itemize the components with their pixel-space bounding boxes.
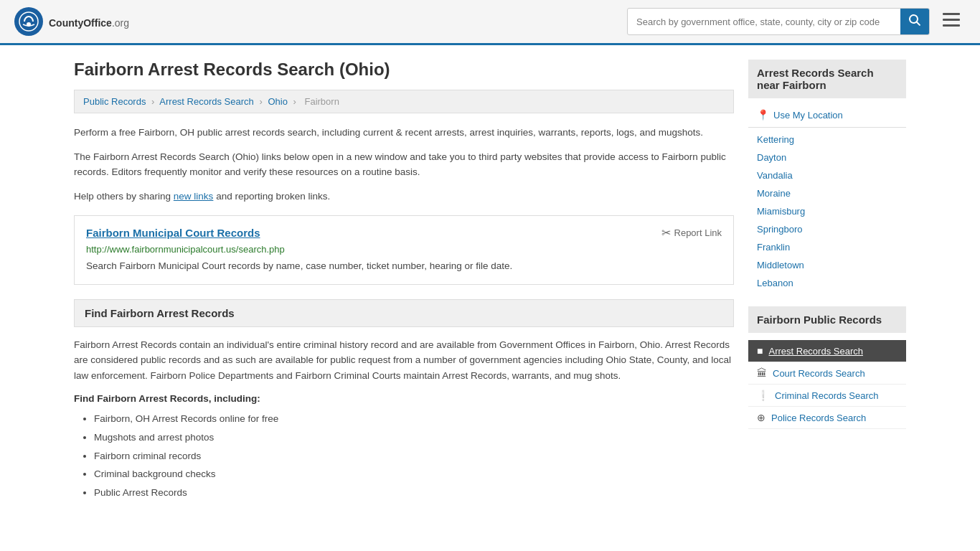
search-button[interactable] xyxy=(900,9,929,34)
list-item: Fairborn, OH Arrest Records online for f… xyxy=(94,410,734,428)
sidebar-nearby-title: Arrest Records Search near Fairborn xyxy=(748,60,906,98)
breadcrumb-arrest-records[interactable]: Arrest Records Search xyxy=(159,96,254,107)
logo-area[interactable]: CountyOffice.org xyxy=(14,7,129,36)
sidebar-location-franklin[interactable]: Franklin xyxy=(748,238,906,256)
sidebar-public-records-title: Fairborn Public Records xyxy=(748,306,906,333)
sidebar-divider xyxy=(748,127,906,128)
square-icon: ■ xyxy=(757,345,763,357)
record-description: Search Fairborn Municipal Court records … xyxy=(86,259,722,273)
description-3: Help others by sharing new links and rep… xyxy=(74,189,734,204)
sidebar-location-kettering[interactable]: Kettering xyxy=(748,131,906,149)
breadcrumb-current: Fairborn xyxy=(304,96,339,107)
record-card-title[interactable]: Fairborn Municipal Court Records xyxy=(86,227,260,239)
content-area: Fairborn Arrest Records Search (Ohio) Pu… xyxy=(74,60,734,502)
sidebar-link-police-records[interactable]: ⊕ Police Records Search xyxy=(748,407,906,429)
page-title: Fairborn Arrest Records Search (Ohio) xyxy=(74,60,734,80)
find-list: Fairborn, OH Arrest Records online for f… xyxy=(74,410,734,501)
list-item: Public Arrest Records xyxy=(94,484,734,502)
exclamation-icon: ❕ xyxy=(757,390,769,401)
logo-icon xyxy=(14,7,43,36)
sidebar-location-moraine[interactable]: Moraine xyxy=(748,184,906,202)
breadcrumb-ohio[interactable]: Ohio xyxy=(268,96,287,107)
sidebar-public-records-section: Fairborn Public Records ■ Arrest Records… xyxy=(748,306,906,429)
use-my-location[interactable]: 📍 Use My Location xyxy=(748,105,906,124)
record-url[interactable]: http://www.fairbornmunicipalcourt.us/sea… xyxy=(86,244,722,255)
svg-point-0 xyxy=(19,12,38,31)
breadcrumb-public-records[interactable]: Public Records xyxy=(83,96,146,107)
list-item: Fairborn criminal records xyxy=(94,447,734,466)
svg-rect-2 xyxy=(943,13,960,15)
find-section-body: Fairborn Arrest Records contain an indiv… xyxy=(74,337,734,384)
record-card: Fairborn Municipal Court Records ✂ Repor… xyxy=(74,215,734,284)
breadcrumb: Public Records › Arrest Records Search ›… xyxy=(74,90,734,113)
find-section-header: Find Fairborn Arrest Records xyxy=(74,299,734,327)
record-card-header: Fairborn Municipal Court Records ✂ Repor… xyxy=(86,226,722,240)
svg-rect-3 xyxy=(943,19,960,21)
sidebar-location-vandalia[interactable]: Vandalia xyxy=(748,166,906,184)
find-list-label: Find Fairborn Arrest Records, including: xyxy=(74,393,734,404)
search-input[interactable] xyxy=(628,11,900,33)
sidebar-link-criminal-records[interactable]: ❕ Criminal Records Search xyxy=(748,385,906,407)
sidebar-link-list: ■ Arrest Records Search 🏛 Court Records … xyxy=(748,340,906,429)
location-pin-icon: 📍 xyxy=(757,109,769,121)
list-item: Criminal background checks xyxy=(94,465,734,484)
logo-text: CountyOffice.org xyxy=(49,14,129,30)
report-link-label: Report Link xyxy=(674,227,722,238)
description-2: The Fairborn Arrest Records Search (Ohio… xyxy=(74,149,734,180)
search-bar xyxy=(627,8,930,35)
sidebar-location-middletown[interactable]: Middletown xyxy=(748,256,906,274)
svg-rect-4 xyxy=(943,24,960,27)
report-icon: ✂ xyxy=(661,226,671,240)
new-links-link[interactable]: new links xyxy=(174,191,214,202)
report-link-button[interactable]: ✂ Report Link xyxy=(661,226,722,240)
sidebar-location-lebanon[interactable]: Lebanon xyxy=(748,274,906,292)
police-icon: ⊕ xyxy=(757,412,765,423)
sidebar-link-arrest-records[interactable]: ■ Arrest Records Search xyxy=(748,340,906,362)
description-1: Perform a free Fairborn, OH public arres… xyxy=(74,125,734,141)
site-header: CountyOffice.org xyxy=(0,0,980,45)
menu-button[interactable] xyxy=(937,10,966,33)
list-item: Mugshots and arrest photos xyxy=(94,428,734,447)
sidebar-location-dayton[interactable]: Dayton xyxy=(748,149,906,166)
court-icon: 🏛 xyxy=(757,367,767,379)
sidebar-nearby-section: Arrest Records Search near Fairborn 📍 Us… xyxy=(748,60,906,292)
header-right xyxy=(627,8,966,35)
sidebar-location-miamisburg[interactable]: Miamisburg xyxy=(748,202,906,220)
sidebar: Arrest Records Search near Fairborn 📍 Us… xyxy=(748,60,906,502)
sidebar-link-court-records[interactable]: 🏛 Court Records Search xyxy=(748,362,906,385)
sidebar-location-springboro[interactable]: Springboro xyxy=(748,220,906,238)
main-container: Fairborn Arrest Records Search (Ohio) Pu… xyxy=(60,45,920,517)
